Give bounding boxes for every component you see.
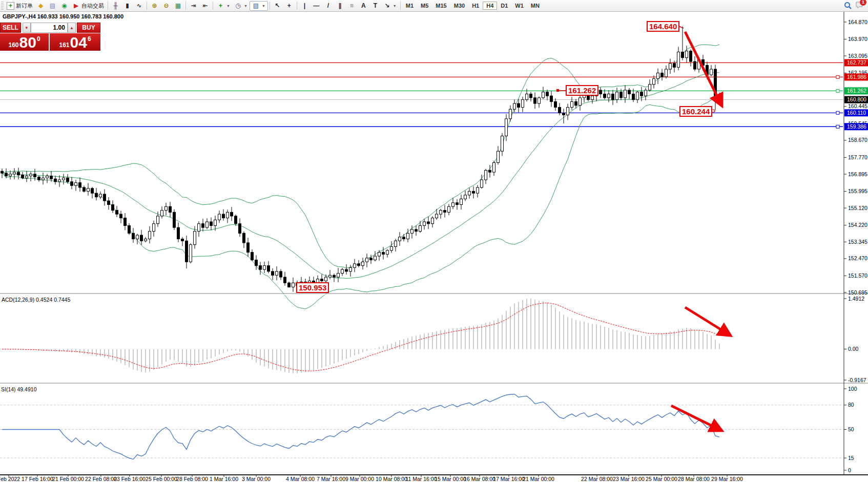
signals-icon: ◉ — [60, 2, 68, 10]
buy-button[interactable]: BUY — [77, 23, 100, 33]
timeframe-button-h1[interactable]: H1 — [468, 2, 483, 10]
add-chart-button[interactable]: +▼ — [215, 2, 232, 10]
time-label: 23 Mar 16:00 — [613, 476, 645, 482]
sell-price-integer: 160 — [9, 41, 19, 49]
svg-text:15: 15 — [848, 455, 854, 461]
text-icon: A — [360, 2, 367, 10]
autotrade-button[interactable]: ▶自动交易 — [70, 2, 106, 10]
timeframe-button-h4[interactable]: H4 — [483, 2, 497, 10]
time-label: 7 Mar 16:00 — [317, 476, 345, 482]
time-label: 4 Mar 08:00 — [286, 476, 315, 482]
timeframe-button-m5[interactable]: M5 — [417, 2, 432, 10]
toolbar-separator — [270, 2, 270, 10]
timeframe-button-d1[interactable]: D1 — [497, 2, 511, 10]
search-icon[interactable] — [844, 2, 852, 10]
candlestick-icon: ▮ — [123, 2, 131, 10]
line-handle[interactable] — [836, 89, 839, 92]
price-annotation[interactable]: 161.262 — [566, 85, 598, 96]
cursor-button[interactable]: ↖ — [272, 2, 283, 10]
buy-price-integer: 161 — [59, 41, 70, 49]
trendline-button[interactable]: / — [322, 2, 334, 10]
new-order-button[interactable]: +新订单 — [5, 2, 35, 10]
hline-button[interactable]: — — [311, 2, 322, 10]
price-annotation[interactable]: 164.640 — [647, 21, 679, 32]
arrows-button[interactable]: ↘▼ — [381, 2, 399, 10]
candlestick-button[interactable]: ▮ — [121, 2, 133, 10]
autotrade-icon: ▶ — [72, 2, 80, 10]
editor-icon: ▤ — [49, 2, 56, 10]
new-order-icon: + — [7, 2, 14, 10]
zoom-out-button[interactable]: ⊖ — [160, 2, 172, 10]
annotation-handle[interactable] — [556, 89, 559, 92]
fibonacci-icon: ≡ — [348, 2, 356, 10]
line-handle[interactable] — [836, 75, 839, 78]
timeframe-button-m15[interactable]: M15 — [432, 2, 450, 10]
line-chart-button[interactable]: ∿ — [133, 2, 145, 10]
styles-button[interactable]: ◆ — [35, 2, 47, 10]
period-button[interactable]: ◷▼ — [232, 2, 250, 10]
svg-text:-0.9167: -0.9167 — [848, 377, 866, 383]
channel-button[interactable]: ∥ — [334, 2, 346, 10]
bar-chart-icon: ╫ — [112, 2, 119, 10]
signals-button[interactable]: ◉ — [58, 2, 70, 10]
time-label: 22 Feb 08:00 — [85, 476, 117, 482]
label-icon: T — [371, 2, 379, 10]
buy-price-button[interactable]: 161 04 6 — [50, 33, 100, 51]
price-annotation[interactable]: 150.953 — [296, 282, 329, 293]
timeframe-button-w1[interactable]: W1 — [511, 2, 527, 10]
dropdown-caret-icon: ▼ — [393, 4, 397, 8]
profiles-button[interactable]: ▧▼ — [250, 1, 268, 11]
volume-input[interactable] — [31, 23, 68, 33]
toolbar-separator — [213, 2, 213, 10]
price-annotation[interactable]: 160.244 — [679, 106, 712, 117]
fibonacci-button[interactable]: ≡ — [346, 2, 358, 10]
svg-text:158.670: 158.670 — [848, 137, 867, 143]
price-badge-label: 161.986 — [847, 74, 866, 80]
sell-button[interactable]: SELL — [0, 23, 21, 33]
trendline-icon: / — [324, 2, 332, 10]
price-badge-label: 162.737 — [847, 59, 866, 66]
chat-icon[interactable]: 1 — [855, 1, 864, 10]
editor-button[interactable]: ▤ — [47, 2, 58, 10]
sell-price-button[interactable]: 160 80 0 — [0, 33, 49, 51]
svg-text:157.770: 157.770 — [848, 154, 867, 160]
line-handle[interactable] — [836, 111, 839, 114]
svg-text:160.445: 160.445 — [848, 103, 867, 109]
bar-chart-button[interactable]: ╫ — [110, 2, 121, 10]
line-handle[interactable] — [836, 125, 839, 128]
period-icon: ◷ — [234, 2, 242, 10]
time-label: 10 Mar 08:00 — [376, 476, 407, 482]
svg-text:163.095: 163.095 — [848, 53, 867, 59]
time-label: 23 Feb 16:00 — [114, 476, 146, 482]
shift-end-button[interactable]: ⇥ — [188, 2, 199, 10]
notification-badge: 1 — [860, 0, 866, 6]
label-button[interactable]: T — [369, 2, 381, 10]
hline-icon: — — [313, 2, 320, 10]
volume-increase-button[interactable]: ▲ — [68, 23, 76, 33]
chart-title: GBPJPY-,H4 160.933 160.950 160.783 160.8… — [3, 13, 123, 19]
buy-price-pips: 04 — [70, 35, 87, 50]
zoom-in-icon: ⊕ — [151, 2, 158, 10]
vline-button[interactable]: | — [299, 2, 311, 10]
time-axis[interactable]: Feb 202217 Feb 16:0021 Feb 00:0022 Feb 0… — [0, 475, 743, 482]
timeframe-button-mn[interactable]: MN — [527, 2, 543, 10]
text-button[interactable]: A — [358, 2, 369, 10]
arrows-icon: ↘ — [383, 2, 391, 10]
svg-text:155.995: 155.995 — [848, 188, 867, 194]
svg-text:151.570: 151.570 — [848, 273, 867, 279]
timeframe-button-m30[interactable]: M30 — [450, 2, 468, 10]
svg-text:150.695: 150.695 — [848, 289, 867, 296]
vline-icon: | — [301, 2, 308, 10]
time-label: 28 Feb 08:00 — [176, 476, 208, 482]
volume-decrease-button[interactable]: ▼ — [23, 23, 31, 33]
one-click-trading-panel: SELL ▼ ▲ BUY 160 80 0 161 04 6 — [0, 23, 100, 51]
crosshair-button[interactable]: + — [283, 2, 295, 10]
dropdown-caret-icon: ▼ — [244, 4, 247, 8]
timeframe-button-m1[interactable]: M1 — [402, 2, 417, 10]
svg-text:163.970: 163.970 — [848, 36, 867, 42]
autoscroll-button[interactable]: ⇤ — [199, 2, 211, 10]
chart-canvas[interactable]: 164.870163.970163.095162.195160.445159.5… — [0, 0, 868, 482]
rsi-label: SI(14) 49.4910 — [1, 386, 37, 392]
zoom-in-button[interactable]: ⊕ — [149, 2, 160, 10]
tile-windows-button[interactable]: ▦ — [172, 2, 184, 10]
